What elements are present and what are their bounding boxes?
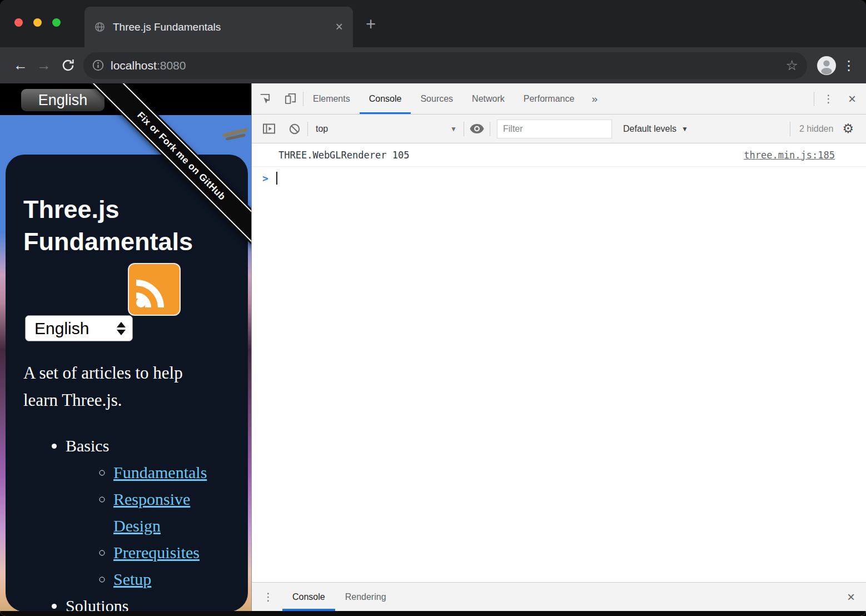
console-toolbar: top ▼ Default levels ▼ 2 hidden ⚙ <box>252 115 866 143</box>
text-cursor <box>276 172 277 185</box>
chrome-menu-icon[interactable]: ⋮ <box>840 58 857 73</box>
tab-elements[interactable]: Elements <box>303 83 360 114</box>
console-messages-area: THREE.WebGLRenderer 105 three.min.js:185… <box>252 143 866 582</box>
page-tagline: A set of articles to help learn Three.js… <box>23 359 207 414</box>
more-tabs-icon[interactable]: » <box>584 83 605 114</box>
tab-performance[interactable]: Performance <box>514 83 584 114</box>
live-expression-eye-icon[interactable] <box>464 124 490 133</box>
divider <box>490 122 490 136</box>
drawer-tab-console[interactable]: Console <box>282 583 335 611</box>
devtools-drawer: ⋮ Console Rendering × <box>252 582 866 611</box>
url-port: :8080 <box>157 59 186 72</box>
traffic-lights <box>14 18 61 27</box>
browser-tab[interactable]: Three.js Fundamentals × <box>84 7 353 47</box>
toc-section-basics: Basics <box>66 433 227 459</box>
forward-icon[interactable]: → <box>32 57 56 74</box>
drawer-tab-rendering[interactable]: Rendering <box>335 583 396 611</box>
tab-title: Three.js Fundamentals <box>113 21 336 33</box>
clear-console-icon[interactable] <box>282 123 307 135</box>
list-item: Prerequisites <box>113 539 227 566</box>
site-info-icon[interactable] <box>92 59 104 71</box>
device-toolbar-icon[interactable] <box>277 83 303 114</box>
page-title: Three.js Fundamentals <box>23 193 215 258</box>
content-panel: Three.js Fundamentals English A set of a… <box>6 155 248 612</box>
close-window-button[interactable] <box>14 18 23 27</box>
console-message-row: THREE.WebGLRenderer 105 three.min.js:185 <box>252 143 866 167</box>
chevron-down-icon: ▼ <box>681 125 688 133</box>
toc-section-solutions: Solutions <box>66 593 227 616</box>
list-item: Setup <box>113 566 227 593</box>
drawer-menu-icon[interactable]: ⋮ <box>252 583 282 611</box>
zoom-window-button[interactable] <box>52 18 61 27</box>
toc-basics-links: Fundamentals Responsive Design Prerequis… <box>66 459 227 593</box>
console-prompt[interactable]: > <box>252 167 866 189</box>
toc-link-prerequisites[interactable]: Prerequisites <box>113 543 200 562</box>
chevron-down-icon: ▼ <box>450 125 457 133</box>
console-message-text: THREE.WebGLRenderer 105 <box>278 150 409 161</box>
titlebar: Three.js Fundamentals × + <box>0 0 866 47</box>
context-value: top <box>316 124 328 134</box>
webpage-viewport: English Three.js Fundamentals English A … <box>0 83 251 616</box>
console-empty-space[interactable] <box>252 189 866 582</box>
minimize-window-button[interactable] <box>33 18 42 27</box>
toc-link-responsive-design[interactable]: Responsive Design <box>113 490 190 535</box>
devtools-close-icon[interactable]: × <box>843 83 866 114</box>
table-of-contents: Basics Fundamentals Responsive Design Pr… <box>47 433 227 616</box>
console-settings-gear-icon[interactable]: ⚙ <box>842 122 854 135</box>
hidden-messages-badge: 2 hidden <box>799 124 833 134</box>
execution-context-selector[interactable]: top ▼ <box>308 124 464 134</box>
prompt-chevron-icon: > <box>262 172 268 184</box>
devtools-panel: Elements Console Sources Network Perform… <box>251 83 866 616</box>
bookmark-star-icon[interactable]: ☆ <box>786 57 798 73</box>
console-filter-input[interactable] <box>497 120 612 138</box>
console-message-source-link[interactable]: three.min.js:185 <box>744 150 835 161</box>
devtools-tabbar: Elements Console Sources Network Perform… <box>252 83 866 115</box>
spacer <box>605 83 814 114</box>
back-icon[interactable]: ← <box>9 57 32 74</box>
tab-console[interactable]: Console <box>360 83 411 114</box>
tab-sources[interactable]: Sources <box>411 83 462 114</box>
browser-window: Three.js Fundamentals × + ← → localhost:… <box>0 0 866 616</box>
rss-feed-icon[interactable] <box>129 264 180 315</box>
toc-link-setup[interactable]: Setup <box>113 570 151 588</box>
reload-icon[interactable] <box>56 58 80 72</box>
inspect-element-icon[interactable] <box>252 83 277 114</box>
profile-avatar[interactable] <box>817 56 836 75</box>
toc-link-fundamentals[interactable]: Fundamentals <box>113 463 207 481</box>
select-arrows-icon <box>117 322 126 335</box>
language-select-value: English <box>34 319 89 338</box>
list-item: Responsive Design <box>113 486 227 539</box>
nav-language-button[interactable]: English <box>21 89 104 111</box>
new-tab-button[interactable]: + <box>366 14 376 34</box>
url-text: localhost:8080 <box>111 59 186 72</box>
tab-network[interactable]: Network <box>462 83 514 114</box>
devtools-menu-icon[interactable]: ⋮ <box>814 83 843 114</box>
log-levels-label: Default levels <box>623 124 676 134</box>
address-bar[interactable]: localhost:8080 ☆ <box>83 52 807 79</box>
tab-close-icon[interactable]: × <box>336 21 343 33</box>
console-sidebar-icon[interactable] <box>256 123 282 134</box>
list-item: Fundamentals <box>113 459 227 486</box>
log-levels-dropdown[interactable]: Default levels ▼ <box>623 124 688 134</box>
language-select[interactable]: English <box>25 315 133 341</box>
browser-toolbar: ← → localhost:8080 ☆ ⋮ <box>0 47 866 83</box>
divider <box>790 122 790 136</box>
url-host: localhost <box>111 59 157 72</box>
globe-favicon-icon <box>94 22 105 32</box>
drawer-close-icon[interactable]: × <box>836 583 866 611</box>
